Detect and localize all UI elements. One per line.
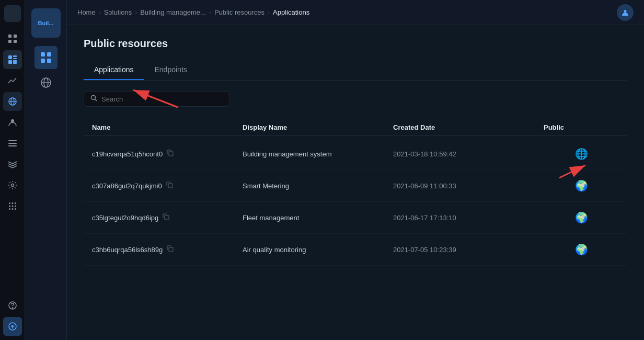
breadcrumb-public-resources[interactable]: Public resources xyxy=(214,8,264,16)
search-icon xyxy=(90,95,97,103)
svg-point-38 xyxy=(624,10,627,13)
cell-name-3: c3hb6uqrqa56ls6sh89g xyxy=(92,245,243,254)
cell-date-2: 2021-06-17 17:13:10 xyxy=(393,214,544,222)
col-created-date: Created Date xyxy=(393,123,544,131)
svg-rect-3 xyxy=(14,35,17,38)
help-icon[interactable] xyxy=(3,296,22,315)
dashboard-icon[interactable] xyxy=(3,50,22,69)
breadcrumb-sep-2: › xyxy=(135,9,137,16)
table-header: Name Display Name Created Date Public xyxy=(84,119,627,136)
tab-endpoints[interactable]: Endpoints xyxy=(144,60,198,80)
cell-display-0: Building management system xyxy=(243,150,393,158)
cell-public-1: 🌍 xyxy=(544,179,619,192)
copy-icon-1[interactable] xyxy=(166,182,173,190)
breadcrumb-sep-3: › xyxy=(209,9,211,16)
svg-rect-16 xyxy=(8,143,17,144)
cell-name-2: c35lgtegul2o9hqd6ipg xyxy=(92,213,243,222)
search-input[interactable] xyxy=(101,95,223,103)
table-row: c19hcvarqa51q5hcont0 Building management… xyxy=(84,138,627,170)
person-icon[interactable] xyxy=(3,113,22,132)
copy-icon-0[interactable] xyxy=(167,150,174,158)
grid-icon[interactable] xyxy=(3,29,22,48)
breadcrumb-sep-4: › xyxy=(268,9,270,16)
tab-applications[interactable]: Applications xyxy=(84,60,144,80)
svg-line-40 xyxy=(95,99,97,101)
svg-rect-44 xyxy=(169,247,173,252)
user-avatar-button[interactable] xyxy=(617,4,634,21)
search-bar xyxy=(84,91,230,107)
public-globe-icon-3: 🌍 xyxy=(575,243,588,256)
settings-icon[interactable] xyxy=(3,176,22,195)
cell-public-2: 🌍 xyxy=(544,211,619,224)
page-content-area: Public resources Applications Endpoints … xyxy=(67,25,644,340)
sidebar-dashboard-icon[interactable] xyxy=(34,46,58,69)
breadcrumb: Home › Solutions › Building manageme... … xyxy=(77,8,309,16)
copy-icon-2[interactable] xyxy=(163,213,169,222)
svg-point-21 xyxy=(15,202,16,204)
copy-icon-3[interactable] xyxy=(167,245,174,254)
analytics-icon[interactable] xyxy=(3,71,22,90)
svg-rect-8 xyxy=(13,58,17,59)
svg-rect-7 xyxy=(13,55,17,57)
svg-rect-34 xyxy=(47,59,51,63)
logo[interactable]: 🚀 xyxy=(3,4,22,23)
breadcrumb-home[interactable]: Home xyxy=(77,8,96,16)
svg-rect-10 xyxy=(13,60,17,64)
col-name: Name xyxy=(92,123,243,131)
svg-point-24 xyxy=(15,206,16,207)
cell-name-0: c19hcvarqa51q5hcont0 xyxy=(92,150,243,158)
project-avatar[interactable]: Buil... xyxy=(31,8,61,38)
main-content: Home › Solutions › Building manageme... … xyxy=(67,0,644,340)
upload-icon[interactable] xyxy=(3,317,22,336)
svg-rect-9 xyxy=(8,60,12,64)
svg-point-20 xyxy=(12,202,13,204)
svg-rect-41 xyxy=(169,152,173,156)
public-globe-icon-1: 🌍 xyxy=(575,179,588,192)
app-name-3: c3hb6uqrqa56ls6sh89g xyxy=(92,246,163,254)
svg-point-18 xyxy=(11,184,14,187)
project-sidebar: Buil... xyxy=(25,0,67,340)
table-row: c35lgtegul2o9hqd6ipg Fleet management 20… xyxy=(84,202,627,234)
svg-rect-6 xyxy=(8,55,12,59)
svg-rect-0 xyxy=(4,5,21,22)
col-display-name: Display Name xyxy=(243,123,393,131)
svg-rect-17 xyxy=(8,145,17,146)
svg-point-29 xyxy=(12,308,13,308)
top-navigation: Home › Solutions › Building manageme... … xyxy=(67,0,644,25)
app-name-2: c35lgtegul2o9hqd6ipg xyxy=(92,214,158,222)
svg-point-27 xyxy=(15,208,16,210)
layers-icon[interactable] xyxy=(3,155,22,174)
svg-point-26 xyxy=(12,208,13,210)
cell-date-1: 2021-06-09 11:00:33 xyxy=(393,182,544,190)
globe-sidebar-icon[interactable] xyxy=(3,92,22,111)
breadcrumb-building[interactable]: Building manageme... xyxy=(140,8,206,16)
app-name-0: c19hcvarqa51q5hcont0 xyxy=(92,150,163,158)
tab-bar: Applications Endpoints xyxy=(84,60,627,81)
svg-point-14 xyxy=(11,119,14,122)
svg-rect-15 xyxy=(8,140,17,141)
svg-rect-4 xyxy=(8,40,12,43)
cell-display-1: Smart Metering xyxy=(243,182,393,190)
cell-date-0: 2021-03-18 10:59:42 xyxy=(393,150,544,158)
col-public: Public xyxy=(544,123,619,131)
svg-point-19 xyxy=(9,202,10,204)
cell-public-0: 🌐 xyxy=(544,148,619,160)
svg-rect-32 xyxy=(47,52,51,56)
svg-rect-33 xyxy=(41,59,45,63)
breadcrumb-solutions[interactable]: Solutions xyxy=(104,8,132,16)
cell-display-3: Air quality monitoring xyxy=(243,246,393,254)
sidebar-globe-icon[interactable] xyxy=(34,71,58,94)
svg-rect-2 xyxy=(8,35,12,38)
icon-sidebar: 🚀 xyxy=(0,0,25,340)
svg-point-22 xyxy=(9,206,10,207)
table-row: c307a86gul2q7qukjmi0 Smart Metering 2021… xyxy=(84,170,627,202)
svg-rect-31 xyxy=(41,52,45,56)
svg-point-23 xyxy=(12,206,13,207)
public-globe-icon-0: 🌐 xyxy=(575,148,588,160)
public-globe-icon-2: 🌍 xyxy=(575,211,588,224)
apps-icon[interactable] xyxy=(3,197,22,216)
svg-point-25 xyxy=(9,208,10,210)
table-row: c3hb6uqrqa56ls6sh89g Air quality monitor… xyxy=(84,234,627,266)
list-icon[interactable] xyxy=(3,134,22,153)
app-name-1: c307a86gul2q7qukjmi0 xyxy=(92,182,162,190)
